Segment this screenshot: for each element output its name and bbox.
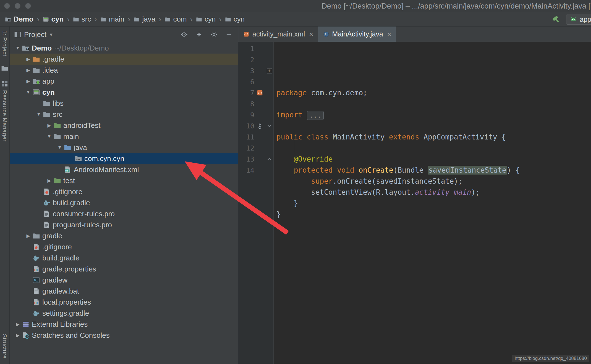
code-line[interactable] [276, 143, 591, 154]
chevron-collapsed-icon[interactable]: ▶ [14, 333, 22, 338]
chevron-collapsed-icon[interactable]: ▶ [14, 321, 22, 327]
code-line[interactable]: @Override [276, 154, 591, 165]
breadcrumb-item-cyn[interactable]: cyn [43, 15, 64, 23]
code-area[interactable]: package com.cyn.demo;import ...public cl… [274, 42, 591, 364]
chevron-expanded-icon[interactable]: ▼ [45, 134, 53, 139]
tree-item-cyn[interactable]: ▼cyn [10, 87, 238, 98]
xml-layout-icon[interactable] [257, 89, 263, 96]
tree-item-demo[interactable]: ▼Demo~/Desktop/Demo [10, 43, 238, 54]
tree-item-androidtest[interactable]: ▶androidTest [10, 120, 238, 131]
code-line[interactable] [276, 98, 591, 109]
code-line[interactable]: package com.cyn.demo; [276, 87, 591, 98]
tree-item-com-cyn-cyn[interactable]: com.cyn.cyn [10, 153, 238, 164]
code-line[interactable]: } [276, 209, 591, 220]
chevron-expanded-icon[interactable]: ▼ [56, 145, 64, 150]
fold-down-icon[interactable] [266, 123, 272, 129]
locate-icon[interactable] [181, 31, 188, 38]
gutter-row[interactable]: 1 [238, 43, 273, 54]
breadcrumb-item-main[interactable]: main [100, 15, 124, 23]
close-icon[interactable]: × [387, 31, 391, 38]
chevron-collapsed-icon[interactable]: ▶ [45, 123, 53, 128]
settings-icon[interactable] [210, 31, 218, 38]
fold-expand-icon[interactable]: + [267, 68, 272, 73]
tree-item-proguard-rules-pro[interactable]: proguard-rules.pro [10, 219, 238, 230]
tree-item-scratches-and-consoles[interactable]: ▶Scratches and Consoles [10, 330, 238, 341]
chevron-collapsed-icon[interactable]: ▶ [24, 56, 32, 62]
minimize-window-button[interactable] [15, 3, 20, 9]
tree-item-src[interactable]: ▼src [10, 109, 238, 120]
code-line[interactable]: import ... [276, 109, 591, 120]
gutter-row[interactable]: 7 [238, 87, 273, 98]
override-icon[interactable] [257, 123, 263, 129]
breadcrumb-item-cyn[interactable]: cyn [196, 15, 216, 23]
gutter-row[interactable]: 3+ [238, 65, 273, 76]
project-panel-title[interactable]: Project [24, 30, 46, 39]
fold-up-icon[interactable] [265, 156, 273, 162]
tree-item-libs[interactable]: libs [10, 98, 238, 109]
close-window-button[interactable] [4, 3, 10, 9]
tree-item-androidmanifest-xml[interactable]: MFAndroidManifest.xml [10, 164, 238, 175]
gutter-row[interactable]: 14 [238, 165, 273, 176]
gutter-row[interactable]: 8 [238, 98, 273, 109]
fold-down-icon[interactable] [265, 123, 273, 129]
xml-layout-icon[interactable] [254, 89, 265, 96]
tree-item-build-gradle[interactable]: build.gradle [10, 197, 238, 208]
folded-imports[interactable]: ... [307, 111, 324, 120]
gutter-row[interactable]: 9 [238, 109, 273, 120]
tab-mainactivity-java[interactable]: CMainActivity.java× [318, 27, 396, 42]
gutter-row[interactable]: 2 [238, 54, 273, 65]
breadcrumb-item-src[interactable]: src [73, 15, 91, 23]
tree-item-local-properties[interactable]: local.properties [10, 297, 238, 308]
tree-item-java[interactable]: ▼java [10, 142, 238, 153]
tree-item-gradle[interactable]: ▶gradle [10, 230, 238, 241]
gutter-row[interactable]: 12 [238, 143, 273, 154]
code-line[interactable]: setContentView(R.layout.activity_main); [276, 187, 591, 198]
tree-item-test[interactable]: ▶test [10, 175, 238, 186]
code-line[interactable]: } [276, 198, 591, 209]
fold-up-icon[interactable] [266, 156, 272, 162]
code-line[interactable] [276, 120, 591, 131]
tree-item-gitignore[interactable]: .gitignore [10, 186, 238, 197]
fold-plus-icon[interactable]: + [265, 68, 273, 73]
tab-activity-main-xml[interactable]: activity_main.xml× [238, 27, 318, 42]
breadcrumb-item-demo[interactable]: Demo [5, 15, 33, 23]
build-hammer-icon[interactable] [552, 15, 561, 24]
stripe-item-resource-manager[interactable]: Resource Manager [1, 80, 8, 142]
chevron-down-icon[interactable]: ▾ [50, 31, 53, 38]
gutter-row[interactable]: 6 [238, 76, 273, 87]
code-line[interactable]: protected void onCreate(Bundle savedInst… [276, 165, 591, 176]
tree-item-app[interactable]: ▶app [10, 76, 238, 87]
tree-item-gradlew-bat[interactable]: gradlew.bat [10, 286, 238, 297]
chevron-collapsed-icon[interactable]: ▶ [24, 233, 32, 239]
gutter-row[interactable]: 10 [238, 120, 273, 131]
close-icon[interactable]: × [309, 31, 313, 38]
chevron-expanded-icon[interactable]: ▼ [24, 89, 32, 95]
tree-item-main[interactable]: ▼main [10, 131, 238, 142]
tree-item-build-gradle[interactable]: build.gradle [10, 252, 238, 263]
tree-item-consumer-rules-pro[interactable]: consumer-rules.pro [10, 208, 238, 219]
breadcrumb-item-java[interactable]: java [134, 15, 155, 23]
stripe-item-structure[interactable]: Structure [1, 334, 8, 359]
run-configuration-chip[interactable]: app [566, 14, 591, 25]
tree-item-idea[interactable]: ▶.idea [10, 65, 238, 76]
override-icon[interactable] [254, 123, 265, 129]
tree-item-settings-gradle[interactable]: settings.gradle [10, 308, 238, 319]
tree-item-external-libraries[interactable]: ▶External Libraries [10, 319, 238, 330]
tree-item-gradle[interactable]: ▶.gradle [10, 54, 238, 65]
breadcrumb-item-cyn[interactable]: cyn [225, 15, 245, 23]
hide-icon[interactable] [225, 31, 232, 38]
zoom-window-button[interactable] [25, 3, 31, 9]
chevron-expanded-icon[interactable]: ▼ [35, 112, 43, 117]
tree-item-gradlew[interactable]: gradlew [10, 275, 238, 286]
breadcrumb-item-com[interactable]: com [164, 15, 187, 23]
code-line[interactable]: public class MainActivity extends AppCom… [276, 131, 591, 143]
code-line[interactable]: super.onCreate(savedInstanceState); [276, 176, 591, 187]
chevron-expanded-icon[interactable]: ▼ [14, 45, 22, 51]
gutter-row[interactable]: 11 [238, 131, 273, 143]
chevron-collapsed-icon[interactable]: ▶ [24, 78, 32, 84]
stripe-item-stripe-folder[interactable] [1, 65, 8, 72]
collapse-all-icon[interactable] [195, 31, 203, 38]
tree-item-gitignore[interactable]: .gitignore [10, 241, 238, 252]
chevron-collapsed-icon[interactable]: ▶ [24, 67, 32, 73]
stripe-item-1-project[interactable]: 1: Project [1, 30, 8, 56]
